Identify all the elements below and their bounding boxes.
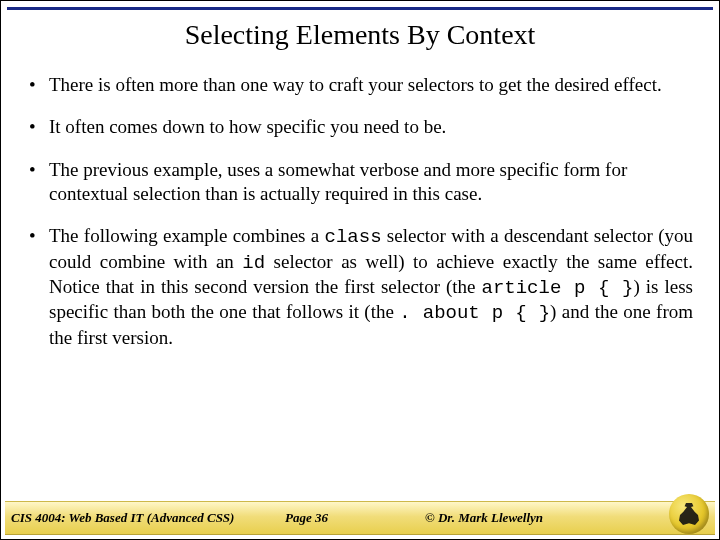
bullet-text: There is often more than one way to craf…	[49, 74, 662, 95]
bullet-item: There is often more than one way to craf…	[27, 73, 693, 97]
footer-author: © Dr. Mark Llewellyn	[425, 510, 605, 526]
footer-page: Page 36	[285, 510, 425, 526]
footer-course: CIS 4004: Web Based IT (Advanced CSS)	[5, 510, 285, 526]
footer: CIS 4004: Web Based IT (Advanced CSS) Pa…	[5, 491, 715, 535]
code-span: class	[325, 226, 382, 248]
page-title: Selecting Elements By Context	[1, 19, 719, 51]
top-rule	[7, 7, 713, 10]
code-span: . about p { }	[399, 302, 550, 324]
bullet-item: The following example combines a class s…	[27, 224, 693, 350]
bullet-item: It often comes down to how specific you …	[27, 115, 693, 139]
content-area: There is often more than one way to craf…	[27, 73, 693, 479]
bullet-text: It often comes down to how specific you …	[49, 116, 446, 137]
bullet-text-part: The following example combines a	[49, 225, 325, 246]
bullet-text: The previous example, uses a somewhat ve…	[49, 159, 627, 204]
footer-row: CIS 4004: Web Based IT (Advanced CSS) Pa…	[5, 501, 715, 535]
bullet-list: There is often more than one way to craf…	[27, 73, 693, 350]
ucf-logo-icon	[669, 494, 709, 534]
bullet-item: The previous example, uses a somewhat ve…	[27, 158, 693, 207]
code-span: id	[242, 252, 265, 274]
code-span: article p { }	[482, 277, 634, 299]
